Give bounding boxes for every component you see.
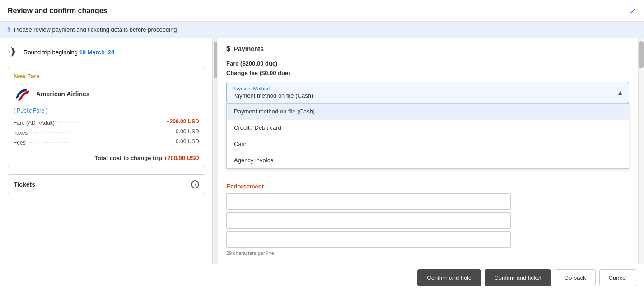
tickets-box: Tickets i [8,174,205,194]
left-panel-scrollbar[interactable] [213,38,217,264]
review-confirm-modal: Review and confirm changes ⤢ ℹ Please re… [0,0,644,292]
fare-total: Total cost to change trip +200.00 USD [14,151,199,161]
cancel-button[interactable]: Cancel [599,269,636,286]
modal-header: Review and confirm changes ⤢ [0,0,644,22]
fare-adt-amount: +200.00 USD [167,118,199,126]
minimize-icon[interactable]: ⤢ [630,6,636,16]
confirm-hold-button[interactable]: Confirm and hold [417,269,481,286]
right-scrollbar[interactable] [638,38,644,264]
info-icon: ℹ [8,25,10,34]
payment-method-dropdown: Payment method on file (Cash) Credit / D… [226,103,629,169]
fees-amount: 0.00 USD [176,138,199,146]
dollar-icon: $ [226,45,230,53]
fare-adt-row: Fare (ADT/Adult) ................. +200.… [14,118,199,126]
tickets-label: Tickets [14,181,35,188]
endorsement-input-1[interactable] [226,193,511,210]
tickets-info-icon[interactable]: i [191,180,199,188]
payment-method-container: Payment Method Payment method on file (C… [226,82,629,169]
info-bar: ℹ Please review payment and ticketing de… [0,22,644,38]
change-fee: Change fee ($0.00 due) [226,70,629,76]
fees-label: Fees ............................ [14,138,73,146]
taxes-label: Taxes .......................... [14,128,72,136]
char-limit: 29 characters per line [226,250,629,256]
tickets-header: Tickets i [14,180,199,188]
airline-logo [14,85,32,103]
endorsement-input-2[interactable] [226,212,511,229]
trip-title: Round trip beginning 18 March '24 [23,49,114,56]
fare-adt-label: Fare (ADT/Adult) ................. [14,118,85,126]
trip-date: 18 March '24 [79,49,115,56]
chevron-up-icon: ▲ [617,89,623,96]
endorsement-label: Endorsement [226,183,629,190]
dropdown-item-1[interactable]: Credit / Debit card [227,120,629,136]
dropdown-item-2[interactable]: Cash [227,136,629,152]
dropdown-item-0[interactable]: Payment method on file (Cash) [227,104,629,120]
endorsement-input-3[interactable] [226,231,511,248]
left-panel: ✈ Round trip beginning 18 March '24 New … [0,38,213,264]
confirm-ticket-button[interactable]: Confirm and ticket [485,269,551,286]
dropdown-item-3[interactable]: Agency invoice [227,152,629,168]
payment-method-value: Payment method on file (Cash) [232,92,313,99]
payment-method-label: Payment Method [232,86,612,91]
modal-footer: Confirm and hold Confirm and ticket Go b… [0,264,644,292]
scrollbar-track [213,38,218,264]
trip-label: Round trip beginning [23,49,78,56]
airline-row: American Airlines [14,85,199,103]
taxes-amount: 0.00 USD [176,128,199,136]
fees-row: Fees ............................ 0.00 U… [14,138,199,146]
payments-section: $ Payments Fare ($200.00 due) Change fee… [217,38,638,183]
payments-title-row: $ Payments [226,45,629,53]
public-fare: ( Public Fare ) [14,108,199,114]
right-content: $ Payments Fare ($200.00 due) Change fee… [217,38,638,264]
plane-icon: ✈ [8,45,18,60]
fare-box: New Fare American Airlines ( Pub [8,67,205,167]
payments-title: Payments [234,45,264,52]
payment-method-select[interactable]: Payment Method Payment method on file (C… [226,82,629,103]
scrollbar-thumb[interactable] [214,42,217,78]
fare-due: Fare ($200.00 due) [226,60,629,67]
modal-title: Review and confirm changes [8,7,107,15]
fare-box-title: New Fare [14,73,199,80]
right-wrapper: $ Payments Fare ($200.00 due) Change fee… [217,38,644,264]
info-bar-text: Please review payment and ticketing deta… [14,26,177,33]
endorsement-section: Endorsement 29 characters per line [217,183,638,263]
modal-body: ✈ Round trip beginning 18 March '24 New … [0,38,644,264]
trip-header: ✈ Round trip beginning 18 March '24 [8,45,205,60]
go-back-button[interactable]: Go back [555,269,595,286]
right-scrollbar-thumb[interactable] [639,41,644,68]
taxes-row: Taxes .......................... 0.00 US… [14,128,199,136]
airline-name: American Airlines [36,90,90,98]
